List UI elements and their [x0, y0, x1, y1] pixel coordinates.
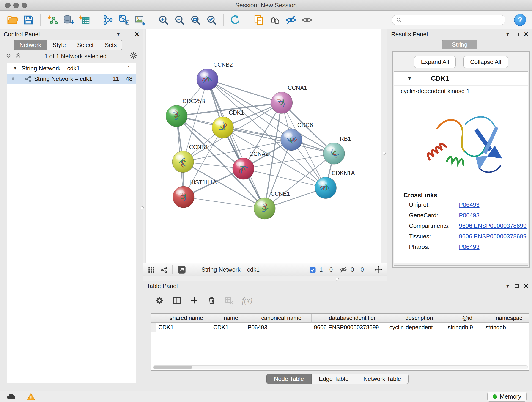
crosslink-value[interactable]: P06493: [459, 201, 480, 208]
table-options-gear-icon[interactable]: [155, 296, 164, 305]
network-canvas[interactable]: CCNB2CCNA1CDC25BCDK1CDC6RB1CCNB1CCNA2CDK…: [146, 29, 381, 263]
column-header-@id[interactable]: @id: [445, 313, 483, 323]
zoom-window-icon[interactable]: [22, 2, 27, 8]
tab-select[interactable]: Select: [71, 40, 99, 50]
network-collection-row[interactable]: ▼ String Network – cdk1 1: [7, 63, 136, 74]
selected-checkbox-icon[interactable]: [309, 266, 316, 273]
table-horizontal-scrollbar[interactable]: [152, 365, 528, 369]
collapse-all-button[interactable]: Collapse All: [463, 56, 508, 68]
show-all-eye-icon[interactable]: [300, 13, 314, 27]
node-RB1[interactable]: [323, 143, 345, 164]
add-column-icon[interactable]: [190, 296, 199, 305]
column-header-name[interactable]: name: [211, 313, 245, 323]
tab-edge-table[interactable]: Edge Table: [312, 374, 356, 384]
tab-style[interactable]: Style: [47, 40, 71, 50]
float-table-icon[interactable]: [515, 284, 519, 288]
node-CCNA2[interactable]: [233, 158, 254, 179]
vertical-splitter-handle[interactable]: [141, 206, 144, 209]
tab-string[interactable]: String: [442, 40, 477, 49]
table-row[interactable]: CDK1CDK1P064939606.ENSP00000378699cyclin…: [152, 323, 529, 332]
float-results-icon[interactable]: [515, 32, 519, 36]
column-header-description[interactable]: description: [387, 313, 446, 323]
results-splitter-handle[interactable]: [383, 152, 386, 155]
birds-eye-view-icon[interactable]: [160, 266, 168, 274]
node-CDK1[interactable]: [212, 117, 234, 138]
node-CDC6[interactable]: [281, 129, 302, 151]
edge-CDK1-RB1[interactable]: [223, 128, 334, 153]
crosslink-value[interactable]: 9606.ENSP00000378699: [459, 233, 526, 240]
zoom-selected-icon[interactable]: [205, 13, 218, 27]
memory-button[interactable]: Memory: [487, 392, 526, 402]
tab-sets[interactable]: Sets: [99, 40, 122, 50]
import-network-database-icon[interactable]: [62, 13, 75, 27]
table-menu-icon[interactable]: ▼: [505, 284, 510, 288]
node-CDKN1A[interactable]: [315, 177, 336, 199]
column-header-namespac[interactable]: namespac: [483, 313, 529, 323]
import-network-file-icon[interactable]: [46, 13, 59, 27]
edge-CDC25B-CDC6[interactable]: [177, 116, 291, 140]
close-table-icon[interactable]: ×: [524, 283, 528, 289]
close-panel-icon[interactable]: ×: [134, 31, 139, 37]
node-HIST1H1A[interactable]: [173, 186, 194, 208]
search-box[interactable]: [392, 15, 505, 25]
expand-all-button[interactable]: Expand All: [414, 56, 456, 68]
node-CCNE1[interactable]: [254, 198, 275, 219]
tab-node-table[interactable]: Node Table: [266, 374, 312, 384]
tab-network[interactable]: Network: [14, 40, 47, 50]
column-header-database-identifier[interactable]: database identifier: [312, 313, 387, 323]
node-CCNA1[interactable]: [271, 92, 293, 114]
disclosure-triangle-icon[interactable]: ▼: [13, 66, 17, 71]
delete-table-icon[interactable]: [225, 296, 234, 305]
cell-description[interactable]: cyclin-dependent ...: [387, 323, 446, 332]
help-icon[interactable]: ?: [514, 14, 526, 26]
network-options-gear-icon[interactable]: [129, 51, 138, 61]
edge-CCNB2-CCNA1[interactable]: [207, 80, 282, 103]
zoom-out-icon[interactable]: [173, 13, 186, 27]
new-network-from-selection-icon[interactable]: [117, 13, 131, 27]
horizontal-splitter-handle[interactable]: [336, 278, 339, 281]
scrollbar-thumb[interactable]: [153, 366, 192, 369]
cell-namespac[interactable]: stringdb: [483, 323, 529, 332]
edge-CCNB2-CCNE1[interactable]: [207, 80, 265, 209]
column-header-canonical-name[interactable]: canonical name: [245, 313, 312, 323]
zoom-in-icon[interactable]: [157, 13, 170, 27]
cell-canonical-name[interactable]: P06493: [245, 323, 312, 332]
new-network-icon[interactable]: [101, 13, 114, 27]
first-neighbors-icon[interactable]: [268, 13, 282, 27]
crosslink-value[interactable]: P06493: [459, 243, 480, 250]
edge-HIST1H1A-CCNE1[interactable]: [184, 197, 265, 209]
crosslink-value[interactable]: 9606.ENSP00000378699: [459, 222, 526, 230]
cell-name[interactable]: CDK1: [211, 323, 245, 332]
cell-@id[interactable]: stringdb:9...: [445, 323, 483, 332]
results-menu-icon[interactable]: ▼: [505, 32, 510, 36]
node-CDC25B[interactable]: [166, 105, 187, 127]
import-table-file-icon[interactable]: [78, 13, 91, 27]
crosslink-value[interactable]: P06493: [459, 212, 480, 219]
edge-CCNB2-RB1[interactable]: [207, 80, 334, 153]
open-in-browser-icon[interactable]: [177, 265, 186, 274]
search-input[interactable]: [404, 17, 501, 23]
save-session-icon[interactable]: [22, 13, 35, 27]
tab-network-table[interactable]: Network Table: [356, 374, 409, 384]
show-columns-icon[interactable]: [172, 296, 181, 305]
results-scrollbar[interactable]: [394, 263, 528, 265]
delete-column-icon[interactable]: [207, 296, 216, 305]
minimize-window-icon[interactable]: [13, 2, 19, 8]
hidden-eye-icon[interactable]: [339, 266, 347, 274]
panel-menu-icon[interactable]: ▼: [116, 32, 120, 36]
function-builder-icon[interactable]: f(x): [242, 296, 253, 305]
column-header-shared-name[interactable]: shared name: [156, 313, 211, 323]
collapse-entry-icon[interactable]: ▼: [407, 76, 412, 81]
close-results-icon[interactable]: ×: [524, 31, 528, 37]
zoom-fit-content-icon[interactable]: [189, 13, 202, 27]
grid-view-icon[interactable]: [147, 266, 155, 274]
collapse-tree-icon[interactable]: [15, 52, 22, 61]
node-CCNB2[interactable]: [197, 69, 218, 90]
export-image-icon[interactable]: [133, 13, 147, 27]
hide-selected-eye-icon[interactable]: [284, 13, 298, 27]
apply-layout-icon[interactable]: [229, 13, 242, 27]
close-window-icon[interactable]: [5, 2, 11, 8]
cloud-status-icon[interactable]: [6, 392, 16, 401]
node-CCNB1[interactable]: [172, 151, 194, 172]
open-session-icon[interactable]: [6, 13, 19, 27]
